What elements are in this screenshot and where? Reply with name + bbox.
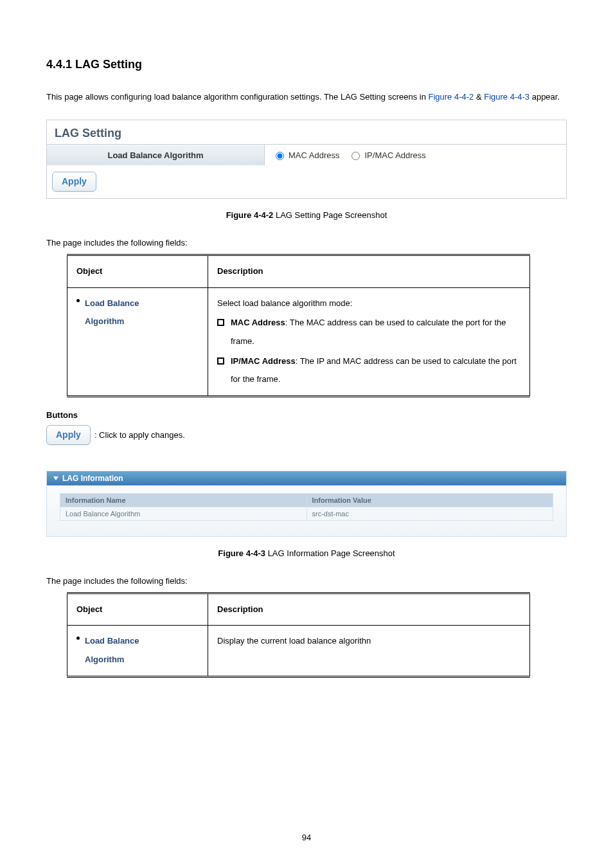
object-item-2: Load Balance Algorithm xyxy=(76,632,199,669)
radio-option-ipmac[interactable]: IP/MAC Address xyxy=(348,150,425,160)
fields-lead-2: The page includes the following fields: xyxy=(46,576,567,586)
desc-intro: Select load balance algorithm mode: xyxy=(217,294,520,313)
page-number: 94 xyxy=(0,833,613,842)
object-label-2: Load Balance Algorithm xyxy=(85,632,139,669)
square-bullet-icon xyxy=(217,357,224,365)
bullet-icon xyxy=(76,299,80,302)
lag-setting-form: Load Balance Algorithm MAC Address IP/MA… xyxy=(47,145,566,165)
buttons-heading: Buttons xyxy=(46,410,567,420)
object-label-line1: Load Balance xyxy=(85,294,139,313)
intro-text-post: appear. xyxy=(532,92,560,102)
lag-information-panel: LAG Information Information Name Informa… xyxy=(46,471,567,537)
link-figure-4-4-2[interactable]: Figure 4-4-2 xyxy=(429,92,474,102)
info-row-name: Load Balance Algorithm xyxy=(60,507,307,520)
info-row-value: src-dst-mac xyxy=(306,507,553,520)
info-panel-header[interactable]: LAG Information xyxy=(47,471,566,485)
apply-note: : Click to apply changes. xyxy=(94,430,185,440)
radio-mac-address[interactable] xyxy=(276,152,284,160)
col-object-header-2: Object xyxy=(67,594,208,626)
figure-desc-2: LAG Information Page Screenshot xyxy=(265,548,395,558)
panel-title: LAG Setting xyxy=(47,120,566,145)
intro-text-mid: & xyxy=(476,92,484,102)
desc-list: MAC Address: The MAC address can be used… xyxy=(217,314,520,388)
object-label-line2: Algorithm xyxy=(85,312,139,331)
apply-button-inline[interactable]: Apply xyxy=(46,425,91,445)
info-col-name: Information Name xyxy=(60,493,307,507)
radio-option-mac[interactable]: MAC Address xyxy=(272,150,339,160)
col-description-header-2: Description xyxy=(208,594,530,626)
object-label2-line1: Load Balance xyxy=(85,632,139,651)
figure-number: Figure 4-4-2 xyxy=(226,210,274,220)
apply-inline-row: Apply : Click to apply changes. xyxy=(46,425,567,445)
desc-table-2: Object Description Load Balance Algorith… xyxy=(67,592,530,678)
figure-caption-4-4-2: Figure 4-4-2 LAG Setting Page Screenshot xyxy=(46,210,567,220)
radio-ipmac-address[interactable] xyxy=(351,152,360,160)
desc-item-2: IP/MAC Address: The IP and MAC address c… xyxy=(231,352,520,389)
lag-info-table: Information Name Information Value Load … xyxy=(60,493,553,521)
desc-table-1: Object Description Load Balance Algorith… xyxy=(67,254,530,397)
fields-lead-1: The page includes the following fields: xyxy=(46,238,567,248)
desc-item-1: MAC Address: The MAC address can be used… xyxy=(231,314,520,350)
bullet-icon xyxy=(76,637,80,640)
square-bullet-icon xyxy=(217,319,224,326)
figure-number-2: Figure 4-4-3 xyxy=(218,548,265,558)
section-heading: 4.4.1 LAG Setting xyxy=(46,58,567,71)
object-item: Load Balance Algorithm xyxy=(76,294,199,331)
col-object-header: Object xyxy=(67,256,208,287)
info-panel-title: LAG Information xyxy=(62,474,123,483)
collapse-triangle-icon xyxy=(53,476,58,480)
intro-text-pre: This page allows configuring load balanc… xyxy=(46,92,429,102)
object-label2-line2: Algorithm xyxy=(85,651,139,669)
lag-setting-panel: LAG Setting Load Balance Algorithm MAC A… xyxy=(46,120,567,199)
col-description-header: Description xyxy=(208,256,530,287)
algorithm-radio-group: MAC Address IP/MAC Address xyxy=(272,150,558,160)
figure-caption-4-4-3: Figure 4-4-3 LAG Information Page Screen… xyxy=(46,548,567,558)
desc-item-2-bold: IP/MAC Address xyxy=(231,356,296,366)
figure-desc: LAG Setting Page Screenshot xyxy=(273,210,387,220)
info-col-value: Information Value xyxy=(306,493,553,507)
intro-paragraph: This page allows configuring load balanc… xyxy=(46,87,567,107)
object-label: Load Balance Algorithm xyxy=(85,294,139,331)
radio-label-mac: MAC Address xyxy=(289,150,339,160)
form-row-label: Load Balance Algorithm xyxy=(47,145,265,165)
apply-button[interactable]: Apply xyxy=(52,172,96,192)
radio-label-ipmac: IP/MAC Address xyxy=(364,150,425,160)
link-figure-4-4-3[interactable]: Figure 4-4-3 xyxy=(484,92,529,102)
desc-item-1-bold: MAC Address xyxy=(231,318,285,327)
desc-text-2: Display the current load balance algorit… xyxy=(208,626,530,676)
